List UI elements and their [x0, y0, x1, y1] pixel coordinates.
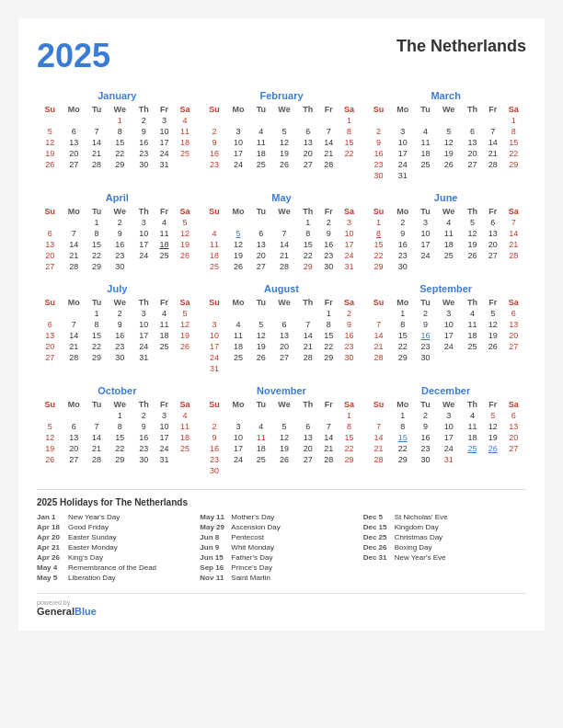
cal-day — [503, 261, 524, 272]
cal-day: 27 — [251, 261, 271, 272]
cal-day — [483, 115, 502, 126]
cal-day: 13 — [503, 421, 524, 432]
holidays-section: 2025 Holidays for The Netherlands Jan 1N… — [37, 489, 526, 582]
day-header: Fr — [155, 399, 174, 410]
cal-day: 28 — [319, 454, 339, 465]
cal-day: 29 — [86, 352, 107, 363]
cal-day: 29 — [107, 454, 132, 465]
cal-week-row: 1234567 — [367, 217, 524, 228]
cal-day: 2 — [367, 126, 390, 137]
holiday-name: Prince's Day — [231, 563, 272, 572]
cal-day: 12 — [271, 432, 297, 443]
cal-day — [155, 261, 174, 272]
cal-day: 20 — [297, 148, 318, 159]
cal-week-row: 10111213141516 — [203, 330, 361, 341]
cal-day: 20 — [503, 432, 524, 443]
cal-table: SuMoTuWeThFrSa12345678910111213141516171… — [39, 297, 196, 363]
cal-day: 7 — [271, 228, 297, 239]
cal-day: 16 — [390, 239, 416, 250]
holiday-date: May 11 — [200, 513, 227, 521]
cal-week-row: 13141516171819 — [39, 239, 196, 250]
cal-day: 4 — [203, 228, 226, 239]
cal-day: 10 — [225, 432, 251, 443]
cal-day — [297, 363, 318, 374]
cal-day: 18 — [462, 330, 483, 341]
month-block-september: SeptemberSuMoTuWeThFrSa12345678910111213… — [365, 279, 526, 378]
cal-day: 16 — [132, 137, 154, 148]
cal-day — [339, 159, 360, 170]
cal-day: 28 — [483, 159, 502, 170]
day-header: Mo — [390, 399, 416, 410]
cal-day: 22 — [319, 341, 339, 352]
holiday-name: Good Friday — [68, 523, 109, 531]
cal-day: 9 — [132, 421, 154, 432]
day-header: We — [435, 399, 461, 410]
cal-day: 26 — [225, 261, 251, 272]
cal-day: 21 — [86, 148, 107, 159]
cal-day: 24 — [435, 341, 461, 352]
cal-week-row: 262728293031 — [39, 159, 196, 170]
cal-day — [483, 352, 502, 363]
cal-day: 14 — [319, 432, 339, 443]
holiday-date: Dec 31 — [363, 553, 391, 562]
cal-day: 6 — [39, 319, 61, 330]
day-header: Th — [462, 104, 483, 115]
cal-day: 24 — [390, 159, 416, 170]
day-header: Tu — [86, 399, 107, 410]
cal-week-row: 19202122232425 — [39, 443, 196, 454]
cal-day: 11 — [251, 432, 271, 443]
cal-week-row: 9101112131415 — [203, 432, 361, 443]
cal-day: 18 — [225, 341, 251, 352]
cal-day: 4 — [155, 308, 174, 319]
month-block-november: NovemberSuMoTuWeThFrSa123456789101112131… — [201, 381, 362, 480]
cal-day: 29 — [319, 352, 339, 363]
cal-day: 27 — [271, 352, 297, 363]
cal-week-row: 1 — [203, 115, 361, 126]
cal-day: 13 — [39, 330, 61, 341]
cal-day: 26 — [39, 159, 61, 170]
holidays-grid: Jan 1New Year's DayApr 18Good FridayApr … — [37, 513, 526, 582]
cal-week-row: 19202122232425 — [39, 148, 196, 159]
cal-day — [339, 363, 360, 374]
cal-day: 1 — [390, 410, 416, 421]
cal-day — [462, 170, 483, 181]
cal-day: 5 — [435, 126, 461, 137]
day-header: Su — [367, 206, 390, 217]
cal-day: 13 — [483, 228, 502, 239]
cal-day: 15 — [367, 239, 390, 250]
cal-day: 20 — [61, 148, 86, 159]
cal-day: 28 — [86, 454, 107, 465]
cal-day: 20 — [297, 443, 318, 454]
holiday-item: Jun 9Whit Monday — [200, 543, 362, 552]
cal-day: 9 — [415, 421, 435, 432]
cal-day: 19 — [271, 148, 297, 159]
month-title-january: January — [39, 90, 196, 101]
cal-table: SuMoTuWeThFrSa12345678910111213141516171… — [203, 206, 361, 272]
day-header: Tu — [415, 297, 435, 308]
cal-day: 9 — [107, 319, 132, 330]
month-block-july: JulySuMoTuWeThFrSa1234567891011121314151… — [37, 279, 198, 378]
cal-day: 13 — [61, 137, 86, 148]
cal-week-row: 232425262728 — [203, 159, 361, 170]
cal-day: 9 — [339, 319, 360, 330]
year: 2025 — [37, 37, 110, 75]
day-header: Sa — [339, 104, 360, 115]
cal-day — [367, 410, 390, 421]
day-header: Su — [203, 297, 226, 308]
cal-day: 8 — [86, 319, 107, 330]
cal-table: SuMoTuWeThFrSa12345678910111213141516171… — [203, 297, 361, 374]
cal-day: 31 — [390, 170, 416, 181]
cal-day: 14 — [319, 137, 339, 148]
day-header: Fr — [483, 297, 502, 308]
day-header: Sa — [174, 399, 196, 410]
holiday-item: May 29Ascension Day — [200, 523, 362, 531]
day-header: We — [435, 297, 461, 308]
day-header: Tu — [415, 399, 435, 410]
cal-day: 10 — [415, 228, 435, 239]
cal-table: SuMoTuWeThFrSa12345678910111213141516171… — [39, 104, 196, 170]
cal-day: 7 — [319, 126, 339, 137]
cal-day: 12 — [462, 228, 483, 239]
cal-day: 1 — [319, 308, 339, 319]
cal-day: 3 — [203, 319, 226, 330]
cal-day: 21 — [319, 443, 339, 454]
